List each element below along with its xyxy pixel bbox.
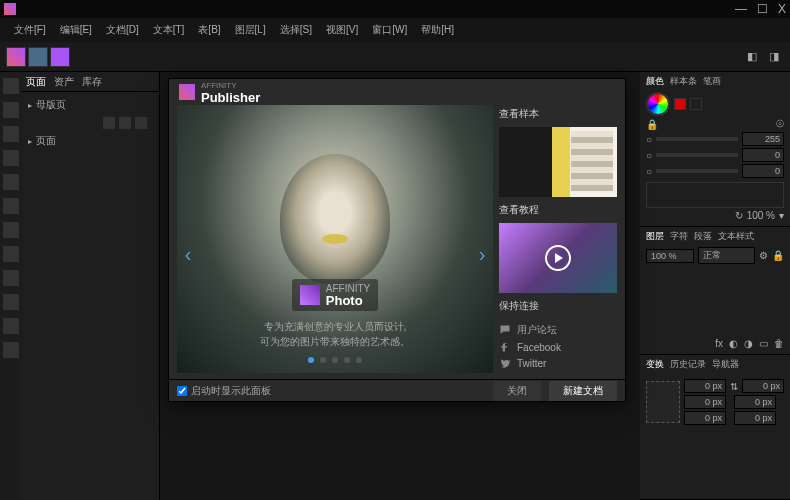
delete-icon[interactable]	[135, 117, 147, 129]
eyedropper-icon[interactable]: ⦾	[776, 118, 784, 130]
color-wheel-icon[interactable]	[646, 92, 670, 116]
shape-tool-icon[interactable]	[3, 198, 19, 214]
persona-photo-icon[interactable]	[50, 47, 70, 67]
x-input[interactable]	[684, 379, 726, 393]
gear-icon[interactable]: ⚙	[759, 250, 768, 261]
menu-document[interactable]: 文档[D]	[100, 21, 145, 39]
tutorial-thumbnail[interactable]	[499, 223, 617, 293]
menu-file[interactable]: 文件[F]	[8, 21, 52, 39]
link-icon[interactable]: ⇅	[730, 381, 738, 392]
close-welcome-button[interactable]: 关闭	[493, 381, 541, 401]
artboard-tool-icon[interactable]	[3, 102, 19, 118]
menu-layer[interactable]: 图层[L]	[229, 21, 272, 39]
frame-tool-icon[interactable]	[3, 150, 19, 166]
fill-tool-icon[interactable]	[3, 222, 19, 238]
tab-stock[interactable]: 库存	[82, 75, 102, 89]
layers-list[interactable]	[646, 266, 784, 336]
options-icon[interactable]	[119, 117, 131, 129]
carousel-prev-icon[interactable]: ‹	[179, 239, 197, 269]
tab-character[interactable]: 字符	[670, 230, 688, 243]
hero-product-name: AFFINITYPhoto	[326, 283, 370, 307]
menu-help[interactable]: 帮助[H]	[415, 21, 460, 39]
lock-icon[interactable]: 🔒	[772, 250, 784, 261]
toolbar-icon[interactable]: ◨	[764, 47, 784, 67]
mask-icon[interactable]: ◐	[729, 338, 738, 349]
crop-tool-icon[interactable]	[3, 270, 19, 286]
w-input[interactable]	[742, 379, 784, 393]
hand-tool-icon[interactable]	[3, 342, 19, 358]
persona-designer-icon[interactable]	[28, 47, 48, 67]
publisher-logo-icon	[179, 84, 195, 100]
menu-text[interactable]: 文本[T]	[147, 21, 191, 39]
carousel-next-icon[interactable]: ›	[473, 239, 491, 269]
opacity-slider-input[interactable]	[742, 132, 784, 146]
tab-paragraph[interactable]: 段落	[694, 230, 712, 243]
tree-pages[interactable]: ▸页面	[28, 132, 153, 150]
tab-color[interactable]: 颜色	[646, 75, 664, 88]
toolbar-icon[interactable]: ◧	[742, 47, 762, 67]
blend-mode-select[interactable]: 正常	[698, 247, 755, 264]
menubar: 文件[F] 编辑[E] 文档[D] 文本[T] 表[B] 图层[L] 选择[S]…	[0, 18, 790, 42]
color-preview	[646, 182, 784, 208]
canvas[interactable]: AFFINITYPublisher ‹ › AFFINITYPhoto 专为充满…	[160, 72, 640, 500]
pen-tool-icon[interactable]	[3, 174, 19, 190]
text-tool-icon[interactable]	[3, 126, 19, 142]
menu-table[interactable]: 表[B]	[192, 21, 226, 39]
tab-textstyles[interactable]: 文本样式	[718, 230, 754, 243]
tab-stroke[interactable]: 笔画	[703, 75, 721, 88]
tool-palette	[0, 72, 22, 500]
move-tool-icon[interactable]	[3, 78, 19, 94]
y-input[interactable]	[684, 395, 726, 409]
tab-navigator[interactable]: 导航器	[712, 358, 739, 371]
new-document-button[interactable]: 新建文档	[549, 381, 617, 401]
right-panels: 颜色样本条笔画 🔒⦾ ○ ○ ○ ↻100 %▾ 图层字符段落文本样式 100 …	[640, 72, 790, 500]
add-icon[interactable]	[103, 117, 115, 129]
lock-icon[interactable]: 🔒	[646, 119, 658, 130]
tutorials-heading: 查看教程	[499, 201, 617, 219]
play-icon	[545, 245, 571, 271]
tab-history[interactable]: 历史记录	[670, 358, 706, 371]
stroke-swatch[interactable]	[690, 98, 702, 110]
persona-publisher-icon[interactable]	[6, 47, 26, 67]
close-button[interactable]: X	[778, 2, 786, 16]
connect-heading: 保持连接	[499, 297, 617, 315]
menu-window[interactable]: 窗口[W]	[366, 21, 413, 39]
twitter-icon	[499, 357, 511, 369]
adjust-icon[interactable]: ◑	[744, 338, 753, 349]
carousel-dots[interactable]	[308, 357, 362, 363]
anchor-selector[interactable]	[646, 381, 680, 423]
link-facebook[interactable]: Facebook	[499, 341, 617, 353]
maximize-button[interactable]: ☐	[757, 2, 768, 16]
reset-icon[interactable]: ↻	[735, 210, 743, 221]
picker-tool-icon[interactable]	[3, 294, 19, 310]
sample-thumbnail[interactable]	[499, 127, 617, 197]
menu-edit[interactable]: 编辑[E]	[54, 21, 98, 39]
slider-input[interactable]	[742, 164, 784, 178]
tab-swatches[interactable]: 样本条	[670, 75, 697, 88]
tab-pages[interactable]: 页面	[26, 75, 46, 89]
minimize-button[interactable]: —	[735, 2, 747, 16]
transparency-tool-icon[interactable]	[3, 246, 19, 262]
toolbar: ◧ ◨	[0, 42, 790, 72]
s-input[interactable]	[734, 411, 776, 425]
tree-master-pages[interactable]: ▸母版页	[28, 96, 153, 114]
r-input[interactable]	[684, 411, 726, 425]
fx-icon[interactable]: fx	[715, 338, 723, 349]
link-twitter[interactable]: Twitter	[499, 357, 617, 369]
zoom-tool-icon[interactable]	[3, 318, 19, 334]
menu-view[interactable]: 视图[V]	[320, 21, 364, 39]
slider-input[interactable]	[742, 148, 784, 162]
tab-layers[interactable]: 图层	[646, 230, 664, 243]
app-icon	[4, 3, 16, 15]
startup-checkbox[interactable]: 启动时显示此面板	[177, 384, 271, 398]
tab-transform[interactable]: 变换	[646, 358, 664, 371]
menu-select[interactable]: 选择[S]	[274, 21, 318, 39]
h-input[interactable]	[734, 395, 776, 409]
tab-assets[interactable]: 资产	[54, 75, 74, 89]
fill-swatch[interactable]	[674, 98, 686, 110]
welcome-dialog: AFFINITYPublisher ‹ › AFFINITYPhoto 专为充满…	[168, 78, 626, 402]
add-layer-icon[interactable]: ▭	[759, 338, 768, 349]
link-forum[interactable]: 用户论坛	[499, 323, 617, 337]
delete-layer-icon[interactable]: 🗑	[774, 338, 784, 349]
layer-opacity-select[interactable]: 100 %	[646, 249, 694, 263]
